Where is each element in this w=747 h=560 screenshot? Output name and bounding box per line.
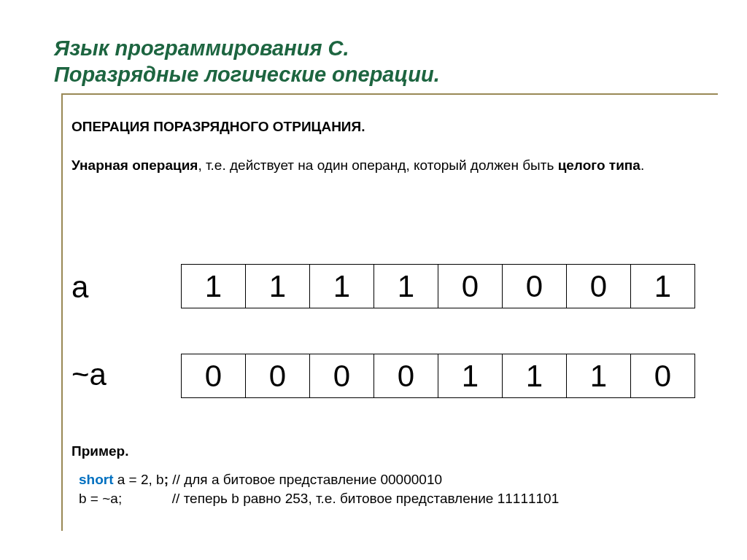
table-row: 1 1 1 1 0 0 0 1 xyxy=(182,265,695,308)
code-text: a = 2, b xyxy=(114,472,164,487)
bit-cell: 0 xyxy=(374,354,438,398)
bit-cell: 1 xyxy=(182,265,246,308)
horizontal-rule xyxy=(61,93,718,95)
bit-cell: 1 xyxy=(631,265,695,308)
bit-table-not-a: 0 0 0 0 1 1 1 0 xyxy=(181,354,695,398)
bit-cell: 1 xyxy=(567,354,631,398)
table-row: 0 0 0 0 1 1 1 0 xyxy=(182,354,695,398)
desc-strong-int-type: целого типа xyxy=(558,158,640,173)
bit-cell: 0 xyxy=(567,265,631,308)
example-heading: Пример. xyxy=(71,443,128,459)
code-spacer xyxy=(122,491,172,506)
code-text: b = ~a; xyxy=(79,491,122,506)
bit-cell: 1 xyxy=(374,265,438,308)
code-line-2: b = ~a; // теперь b равно 253, т.е. бито… xyxy=(79,489,703,508)
bit-cell: 1 xyxy=(246,265,310,308)
bit-cell: 0 xyxy=(246,354,310,398)
section-heading: ОПЕРАЦИЯ ПОРАЗРЯДНОГО ОТРИЦАНИЯ. xyxy=(71,119,365,135)
code-comment: // теперь b равно 253, т.е. битовое пред… xyxy=(172,491,559,506)
keyword-short: short xyxy=(79,472,114,487)
desc-strong-unary: Унарная операция xyxy=(71,158,198,173)
code-example: short a = 2, b; // для а битовое предста… xyxy=(79,470,703,508)
desc-middle: , т.е. действует на один операнд, которы… xyxy=(198,158,557,173)
bit-cell: 0 xyxy=(182,354,246,398)
code-line-1: short a = 2, b; // для а битовое предста… xyxy=(79,470,703,489)
variable-not-a-label: ~a xyxy=(71,357,107,392)
bit-cell: 0 xyxy=(503,265,567,308)
code-comment: // для а битовое представление 00000010 xyxy=(169,472,442,487)
bit-cell: 1 xyxy=(503,354,567,398)
bit-cell: 0 xyxy=(310,354,374,398)
vertical-rule xyxy=(61,93,63,531)
bit-cell: 0 xyxy=(438,265,503,308)
bit-cell: 1 xyxy=(438,354,503,398)
bit-cell: 1 xyxy=(310,265,374,308)
desc-tail: . xyxy=(640,158,644,173)
bit-table-a: 1 1 1 1 0 0 0 1 xyxy=(181,264,695,308)
title-line-2: Поразрядные логические операции. xyxy=(54,61,703,88)
slide-title: Язык программирования С. Поразрядные лог… xyxy=(54,35,703,88)
bit-cell: 0 xyxy=(631,354,695,398)
variable-a-label: a xyxy=(71,270,88,305)
title-line-1: Язык программирования С. xyxy=(54,35,703,61)
description-paragraph: Унарная операция, т.е. действует на один… xyxy=(71,157,703,175)
